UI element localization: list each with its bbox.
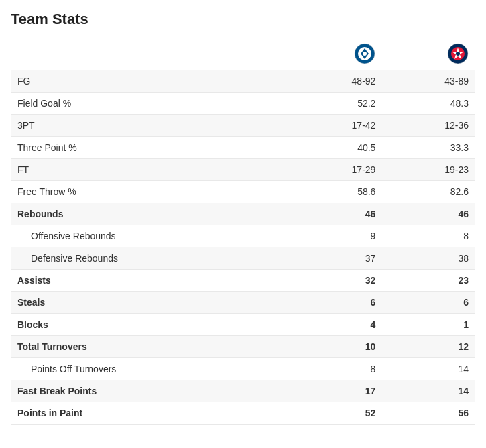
stat-label: Rebounds — [11, 203, 290, 225]
stat-label: Field Goal % — [11, 93, 290, 115]
page-title: Team Stats — [11, 11, 475, 28]
stat-value-wizards: 8 — [382, 225, 475, 247]
wizards-logo — [447, 43, 469, 64]
team2-header — [382, 38, 475, 70]
stat-value-mavs: 52 — [290, 402, 383, 425]
table-row: Three Point %40.533.3 — [11, 137, 475, 159]
svg-point-3 — [363, 52, 367, 56]
stat-value-wizards: 12-36 — [382, 115, 475, 137]
table-row: 3PT17-4212-36 — [11, 115, 475, 137]
stat-value-wizards: 48.3 — [382, 93, 475, 115]
stat-value-mavs: 17-29 — [290, 159, 383, 181]
stat-value-wizards: 19-23 — [382, 159, 475, 181]
stat-value-wizards: 12 — [382, 336, 475, 358]
stat-value-wizards: 82.6 — [382, 181, 475, 203]
page-container: Team Stats — [0, 0, 486, 438]
stat-value-mavs: 4 — [290, 314, 383, 336]
stat-label: Free Throw % — [11, 181, 290, 203]
stat-label: Three Point % — [11, 137, 290, 159]
table-row: Points in Paint5256 — [11, 402, 475, 425]
stat-value-mavs: 52.2 — [290, 93, 383, 115]
table-row: Total Turnovers1012 — [11, 336, 475, 358]
stat-value-wizards: 1 — [382, 314, 475, 336]
stat-value-mavs: 32 — [290, 270, 383, 292]
stat-value-wizards: 33.3 — [382, 137, 475, 159]
team1-header — [290, 38, 383, 70]
stat-value-wizards: 14 — [382, 358, 475, 380]
stat-value-mavs: 46 — [290, 203, 383, 225]
table-row: Points Off Turnovers814 — [11, 358, 475, 380]
table-row: Assists3223 — [11, 270, 475, 292]
stat-value-wizards: 43-89 — [382, 70, 475, 93]
stat-label: Assists — [11, 270, 290, 292]
stat-value-wizards: 46 — [382, 203, 475, 225]
stat-label: Defensive Rebounds — [11, 247, 290, 270]
stat-label: Fast Break Points — [11, 380, 290, 402]
table-row: Free Throw %58.682.6 — [11, 181, 475, 203]
stat-label: Offensive Rebounds — [11, 225, 290, 247]
stat-value-mavs: 6 — [290, 292, 383, 314]
stat-value-wizards: 14 — [382, 380, 475, 402]
stat-value-mavs: 17-42 — [290, 115, 383, 137]
stat-value-wizards: 23 — [382, 270, 475, 292]
table-row: Steals66 — [11, 292, 475, 314]
stat-label: 3PT — [11, 115, 290, 137]
table-row: Blocks41 — [11, 314, 475, 336]
stat-label: Steals — [11, 292, 290, 314]
table-row: FT17-2919-23 — [11, 159, 475, 181]
stats-table: FG48-9243-89Field Goal %52.248.33PT17-42… — [11, 38, 475, 425]
table-row: Field Goal %52.248.3 — [11, 93, 475, 115]
stat-value-mavs: 58.6 — [290, 181, 383, 203]
svg-point-7 — [456, 52, 460, 56]
stat-label: FT — [11, 159, 290, 181]
table-row: Defensive Rebounds3738 — [11, 247, 475, 270]
stat-label: FG — [11, 70, 290, 93]
stat-value-wizards: 38 — [382, 247, 475, 270]
mavs-logo — [354, 43, 375, 64]
stat-value-mavs: 48-92 — [290, 70, 383, 93]
table-row: Rebounds4646 — [11, 203, 475, 225]
stat-value-mavs: 40.5 — [290, 137, 383, 159]
stat-label: Total Turnovers — [11, 336, 290, 358]
stat-label: Points in Paint — [11, 402, 290, 425]
table-row: Offensive Rebounds98 — [11, 225, 475, 247]
stat-value-mavs: 8 — [290, 358, 383, 380]
stat-label: Points Off Turnovers — [11, 358, 290, 380]
stat-value-mavs: 10 — [290, 336, 383, 358]
stat-value-mavs: 17 — [290, 380, 383, 402]
label-header — [11, 38, 290, 70]
stat-value-wizards: 6 — [382, 292, 475, 314]
table-row: Fast Break Points1714 — [11, 380, 475, 402]
stat-value-mavs: 9 — [290, 225, 383, 247]
stat-value-wizards: 56 — [382, 402, 475, 425]
stat-label: Blocks — [11, 314, 290, 336]
stat-value-mavs: 37 — [290, 247, 383, 270]
table-row: FG48-9243-89 — [11, 70, 475, 93]
